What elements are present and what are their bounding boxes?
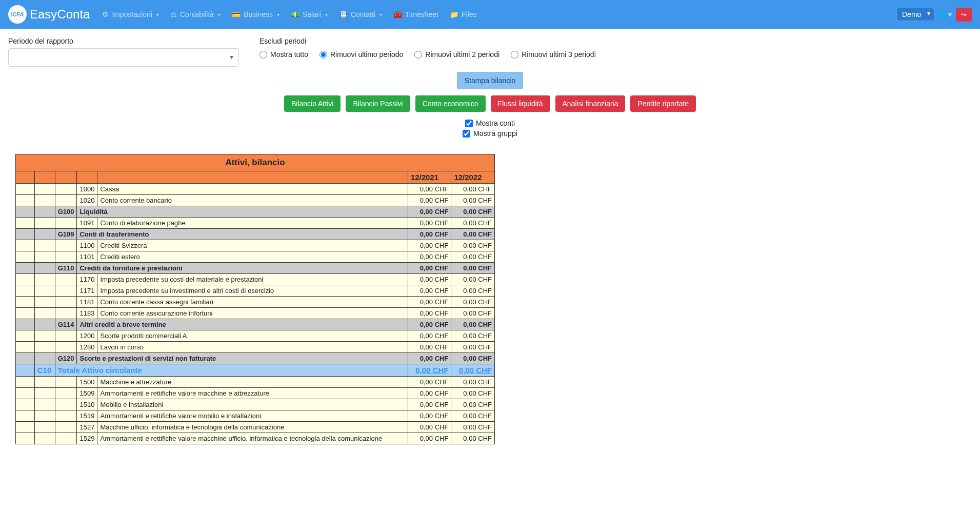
cell-v2: 0,00 CHF	[451, 388, 495, 399]
account-code: 1500	[77, 377, 97, 388]
exclude-radio-input[interactable]	[414, 51, 422, 58]
report-button-analisi-finanziaria[interactable]: Analisi finanziaria	[555, 95, 626, 112]
cell-v2: 0,00 CHF	[451, 184, 495, 195]
cell-v2: 0,00 CHF	[451, 399, 495, 410]
nav-icon: 🧰	[393, 10, 402, 18]
nav-label: Files	[462, 10, 477, 18]
table-row: G109Conti di trasferimento0,00 CHF0,00 C…	[16, 229, 495, 240]
cell-v2: 0,00 CHF	[451, 263, 495, 274]
show-groups-checkbox[interactable]	[463, 130, 470, 138]
nav-icon: ⚖	[170, 10, 177, 18]
report-button-perdite-riportate[interactable]: Perdite riportate	[630, 95, 696, 112]
table-row: G120Scorte e prestazioni di servizi non …	[16, 353, 495, 364]
cell-v1: 0,00 CHF	[408, 319, 451, 330]
nav-impostazioni[interactable]: ⚙Impostazioni▾	[97, 7, 164, 22]
show-groups-check[interactable]: Mostra gruppi	[463, 129, 517, 138]
table-row: 1280Lavori in corso0,00 CHF0,00 CHF	[16, 342, 495, 353]
account-desc: Lavori in corso	[97, 342, 408, 353]
account-code: 1101	[77, 251, 97, 263]
cell-v2: 0,00 CHF	[451, 251, 495, 263]
account-code: 1280	[77, 342, 97, 353]
cell-v2: 0,00 CHF	[451, 274, 495, 285]
print-balance-button[interactable]: Stampa bilancio	[457, 72, 524, 89]
logout-icon: ↪	[961, 11, 967, 18]
exclude-radio-input[interactable]	[511, 51, 518, 58]
account-desc: Conto corrente bancario	[97, 195, 408, 206]
table-row: 1529Ammortamenti e rettifiche valore mac…	[16, 433, 495, 444]
exclude-radio-input[interactable]	[259, 51, 267, 58]
table-row: 1170Imposta precedente su costi del mate…	[16, 274, 495, 285]
exclude-radio-0[interactable]: Mostra tutto	[259, 50, 308, 58]
nav-salari[interactable]: 💵Salari▾	[286, 7, 333, 22]
account-code: 1529	[77, 433, 97, 444]
tenant-select[interactable]: Demo	[896, 8, 934, 21]
report-button-flussi-liquidità[interactable]: Flussi liquidità	[491, 95, 550, 112]
exclude-radio-input[interactable]	[319, 51, 327, 58]
table-row: 1200Scorte prodotti commerciali A0,00 CH…	[16, 330, 495, 342]
exclude-radio-label: Rimuovi ultimi 2 periodi	[425, 50, 499, 58]
logout-button[interactable]: ↪	[956, 8, 972, 22]
table-row: 1519Ammortamenti e rettifiche valore mob…	[16, 410, 495, 422]
exclude-radio-3[interactable]: Rimuovi ultimi 3 periodi	[511, 50, 596, 58]
nav-label: Contatti	[351, 10, 375, 18]
group-desc: Scorte e prestazioni di servizi non fatt…	[77, 353, 408, 364]
cell-v2: 0,00 CHF	[451, 229, 495, 240]
globe-icon: 🌐	[938, 10, 947, 18]
navbar: ICFA EasyConta ⚙Impostazioni▾⚖Contabilit…	[0, 0, 980, 29]
account-desc: Crediti Svizzera	[97, 240, 408, 251]
account-desc: Conto corrente cassa assegni familiari	[97, 297, 408, 308]
nav-contatti[interactable]: 📇Contatti▾	[334, 7, 387, 22]
table-row: 1509Ammortamenti e rettifiche valore mac…	[16, 388, 495, 399]
table-row: 1510Mobilio e installazioni0,00 CHF0,00 …	[16, 399, 495, 410]
exclude-radio-label: Rimuovi ultimo periodo	[330, 50, 403, 58]
cell-v1: 0,00 CHF	[408, 240, 451, 251]
nav-contabilità[interactable]: ⚖Contabilità▾	[165, 7, 226, 22]
report-button-bilancio-passivi[interactable]: Bilancio Passivi	[346, 95, 410, 112]
report-button-conto-economico[interactable]: Conto economico	[415, 95, 486, 112]
cell-v1: 0,00 CHF	[408, 410, 451, 422]
exclude-label: Escludi periodi	[259, 37, 596, 45]
cell-v1: 0,00 CHF	[408, 422, 451, 433]
balance-table: Attivi, bilancio12/202112/20221000Cassa0…	[15, 154, 495, 444]
show-accounts-check[interactable]: Mostra conti	[465, 119, 515, 127]
account-desc: Imposta precedente su investimenti e alt…	[97, 285, 408, 297]
account-desc: Conto corrente assicurazione infortuni	[97, 308, 408, 319]
table-row: 1171Imposta precedente su investimenti e…	[16, 285, 495, 297]
cell-v1: 0,00 CHF	[408, 330, 451, 342]
account-code: 1091	[77, 218, 97, 229]
account-code: 1200	[77, 330, 97, 342]
report-button-bilancio-attivi[interactable]: Bilancio Attivi	[284, 95, 341, 112]
language-button[interactable]: 🌐▾	[938, 10, 952, 18]
nav-business[interactable]: 💳Business▾	[227, 7, 285, 22]
table-row: G110Crediti da forniture e prestazioni0,…	[16, 263, 495, 274]
account-desc: Ammortamenti e rettifiche valore mobilio…	[97, 410, 408, 422]
nav-label: Timesheet	[405, 10, 438, 18]
group-code: G109	[55, 229, 77, 240]
table-row: 1500Macchine e attrezzature0,00 CHF0,00 …	[16, 377, 495, 388]
account-code: 1100	[77, 240, 97, 251]
cell-v2: 0,00 CHF	[451, 297, 495, 308]
group-desc: Altri crediti a breve termine	[77, 319, 408, 330]
brand[interactable]: ICFA EasyConta	[8, 5, 90, 24]
show-accounts-checkbox[interactable]	[465, 120, 473, 127]
table-row: C10Totale Attivo circolante0,00 CHF0,00 …	[16, 364, 495, 377]
account-code: 1510	[77, 399, 97, 410]
exclude-radio-1[interactable]: Rimuovi ultimo periodo	[319, 50, 403, 58]
table-row: 1527Macchine ufficio, informatica e tecn…	[16, 422, 495, 433]
account-desc: Mobilio e installazioni	[97, 399, 408, 410]
table-row: 1000Cassa0,00 CHF0,00 CHF	[16, 184, 495, 195]
period-select[interactable]	[8, 48, 239, 67]
nav-icon: 📁	[450, 10, 458, 18]
exclude-radio-2[interactable]: Rimuovi ultimi 2 periodi	[414, 50, 499, 58]
table-row: 1100Crediti Svizzera0,00 CHF0,00 CHF	[16, 240, 495, 251]
cell-v2: 0,00 CHF	[451, 285, 495, 297]
cell-v2: 0,00 CHF	[451, 206, 495, 218]
report-title: Attivi, bilancio	[16, 154, 495, 171]
cell-v1: 0,00 CHF	[408, 251, 451, 263]
account-code: 1509	[77, 388, 97, 399]
nav-timesheet[interactable]: 🧰Timesheet	[388, 7, 444, 22]
nav-files[interactable]: 📁Files	[445, 7, 482, 22]
account-code: 1183	[77, 308, 97, 319]
cell-v1: 0,00 CHF	[408, 308, 451, 319]
account-code: 1171	[77, 285, 97, 297]
